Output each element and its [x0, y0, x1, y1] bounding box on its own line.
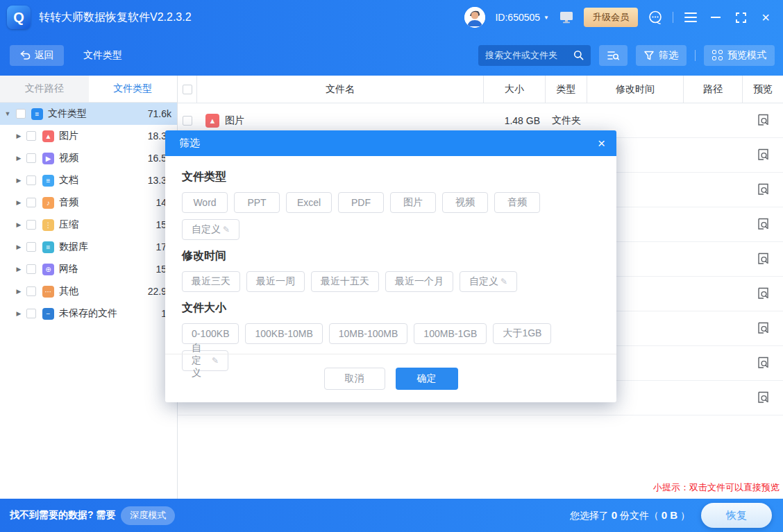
expander-right-icon[interactable]: ▶: [15, 310, 22, 317]
checkbox[interactable]: [26, 175, 36, 185]
chip-over-1gb[interactable]: 大于1GB: [493, 323, 551, 344]
chip-custom-time[interactable]: 自定义 ✎: [460, 271, 517, 292]
preview-button[interactable]: [743, 357, 783, 370]
tree-item-database[interactable]: ▶ ≡ 数据库 17k: [0, 236, 177, 258]
dialog-header: 筛选 ×: [165, 130, 616, 156]
tab-file-type[interactable]: 文件类型: [89, 76, 178, 102]
preview-button[interactable]: [743, 114, 783, 127]
user-id-dropdown[interactable]: ID:650505 ▼: [495, 12, 549, 23]
checkbox[interactable]: [26, 242, 36, 252]
preview-button[interactable]: [743, 391, 783, 404]
tree-item-archives[interactable]: ▶ ⋮ 压缩 15k: [0, 214, 177, 236]
audio-icon: ♪: [42, 197, 54, 209]
tab-file-path[interactable]: 文件路径: [0, 76, 89, 102]
expander-right-icon[interactable]: ▶: [15, 266, 22, 273]
checkbox[interactable]: [26, 131, 36, 141]
search-input[interactable]: [485, 50, 568, 60]
chip-word[interactable]: Word: [182, 192, 228, 213]
expander-down-icon[interactable]: ▼: [4, 110, 11, 117]
preview-mode-button[interactable]: 预览模式: [704, 45, 775, 66]
row-checkbox[interactable]: [183, 116, 192, 126]
tree-item-unsaved[interactable]: ▶ − 未保存的文件 1k: [0, 302, 177, 325]
customer-service-icon[interactable]: [648, 10, 663, 25]
select-all-checkbox[interactable]: [183, 85, 192, 94]
preview-magnifier-icon: [757, 252, 770, 266]
chip-last-15-days[interactable]: 最近十五天: [311, 271, 379, 292]
chip-excel[interactable]: Excel: [286, 192, 332, 213]
monitor-icon[interactable]: [559, 10, 574, 25]
col-filename[interactable]: 文件名: [197, 76, 484, 103]
table-header: 文件名 大小 类型 修改时间 路径 预览: [178, 76, 783, 103]
preview-button[interactable]: [743, 287, 783, 300]
tree-label: 图片: [59, 130, 78, 142]
bottom-bar: 找不到需要的数据? 需要 深度模式 您选择了 0 份文件（ 0 B ） 恢复: [0, 499, 783, 532]
filter-button[interactable]: 筛选: [636, 45, 687, 66]
upgrade-membership-button[interactable]: 升级会员: [584, 8, 638, 27]
expander-right-icon[interactable]: ▶: [15, 132, 22, 139]
avatar[interactable]: [464, 7, 485, 28]
app-title: 转转大师数据恢复软件V2.2.3.2: [39, 10, 192, 25]
col-type[interactable]: 类型: [546, 76, 587, 103]
chip-custom-type[interactable]: 自定义 ✎: [182, 219, 239, 240]
expander-right-icon[interactable]: ▶: [15, 155, 22, 162]
chip-audio[interactable]: 音频: [494, 192, 540, 213]
col-path[interactable]: 路径: [684, 76, 743, 103]
checkbox[interactable]: [16, 109, 26, 119]
checkbox[interactable]: [26, 286, 36, 296]
checkbox[interactable]: [26, 264, 36, 274]
chip-100kb-10mb[interactable]: 100KB-10MB: [245, 323, 322, 344]
recover-button[interactable]: 恢复: [701, 503, 772, 528]
chip-last-month[interactable]: 最近一个月: [385, 271, 453, 292]
selection-summary: 您选择了 0 份文件（ 0 B ）: [570, 509, 690, 522]
preview-button[interactable]: [743, 148, 783, 162]
confirm-button[interactable]: 确定: [396, 368, 458, 390]
divider: [673, 12, 673, 23]
tree-item-other[interactable]: ▶ ⋯ 其他 22.9k: [0, 280, 177, 302]
back-button[interactable]: 返回: [10, 45, 64, 66]
dialog-close-icon[interactable]: ×: [598, 137, 605, 150]
tree-item-file-type[interactable]: ▼ ≡ 文件类型 71.6k: [0, 103, 177, 125]
close-button[interactable]: ×: [758, 10, 773, 25]
tree-label: 其他: [59, 285, 78, 298]
tree-item-audio[interactable]: ▶ ♪ 音频 14k: [0, 191, 177, 214]
preview-button[interactable]: [743, 183, 783, 196]
breadcrumb: 文件类型: [83, 49, 122, 62]
chip-ppt[interactable]: PPT: [234, 192, 280, 213]
chip-0-100kb[interactable]: 0-100KB: [182, 323, 239, 344]
maximize-button[interactable]: [733, 10, 748, 25]
chip-pdf[interactable]: PDF: [338, 192, 384, 213]
deep-mode-button[interactable]: 深度模式: [121, 506, 175, 525]
col-size[interactable]: 大小: [484, 76, 546, 103]
expander-right-icon[interactable]: ▶: [15, 177, 22, 184]
search-box[interactable]: [478, 45, 591, 66]
minimize-button[interactable]: [708, 10, 723, 25]
col-modified[interactable]: 修改时间: [587, 76, 684, 103]
tree-item-images[interactable]: ▶ ▲ 图片 18.3k: [0, 125, 177, 147]
checkbox[interactable]: [26, 309, 36, 318]
tree-item-documents[interactable]: ▶ ≡ 文档 13.3k: [0, 169, 177, 191]
expander-right-icon[interactable]: ▶: [15, 288, 22, 295]
chip-last-week[interactable]: 最近一周: [246, 271, 305, 292]
tree-item-network[interactable]: ▶ ⊕ 网络 15k: [0, 258, 177, 280]
filter-dialog: 筛选 × 文件类型 Word PPT Excel PDF 图片 视频 音频 自定…: [165, 130, 616, 402]
expander-right-icon[interactable]: ▶: [15, 199, 22, 206]
tree-item-videos[interactable]: ▶ ▶ 视频 16.5k: [0, 147, 177, 169]
expander-right-icon[interactable]: ▶: [15, 221, 22, 228]
checkbox[interactable]: [26, 198, 36, 207]
search-in-results-button[interactable]: [599, 45, 628, 66]
preview-button[interactable]: [743, 218, 783, 231]
menu-icon[interactable]: [683, 10, 698, 25]
chip-last-3-days[interactable]: 最近三天: [182, 271, 240, 292]
preview-button[interactable]: [743, 322, 783, 335]
cancel-button[interactable]: 取消: [324, 368, 385, 390]
chip-100mb-1gb[interactable]: 100MB-1GB: [414, 323, 487, 344]
checkbox[interactable]: [26, 153, 36, 163]
checkbox[interactable]: [26, 220, 36, 230]
chip-video[interactable]: 视频: [442, 192, 488, 213]
chip-10mb-100mb[interactable]: 10MB-100MB: [329, 323, 408, 344]
col-preview[interactable]: 预览: [743, 76, 783, 103]
chip-image[interactable]: 图片: [390, 192, 436, 213]
preview-button[interactable]: [743, 252, 783, 266]
selected-count: 0: [612, 509, 617, 521]
expander-right-icon[interactable]: ▶: [15, 243, 22, 250]
